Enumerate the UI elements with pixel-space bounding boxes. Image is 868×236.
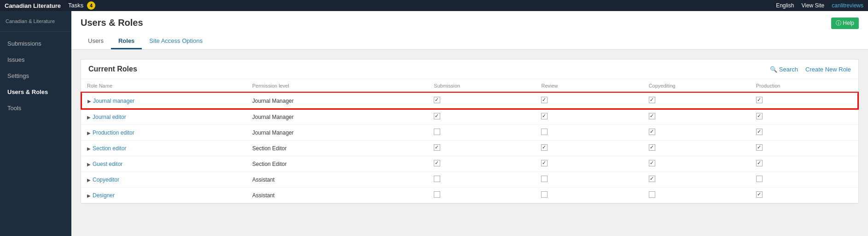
checkbox-unchecked bbox=[434, 129, 440, 135]
search-icon: 🔍 bbox=[770, 66, 777, 73]
language-selector[interactable]: English bbox=[776, 2, 794, 9]
topbar-right: English View Site canlitreviews bbox=[776, 2, 863, 9]
tab-roles[interactable]: Roles bbox=[111, 34, 142, 49]
checkbox-checked bbox=[649, 113, 655, 119]
expand-icon[interactable]: ▶ bbox=[87, 146, 91, 151]
cell-production bbox=[751, 172, 858, 188]
col-header-production: Production bbox=[751, 79, 858, 93]
role-name-link[interactable]: Copyeditor bbox=[93, 177, 119, 183]
checkbox-checked bbox=[541, 113, 548, 119]
create-role-label: Create New Role bbox=[805, 66, 851, 73]
tabs: Users Roles Site Access Options bbox=[81, 34, 859, 49]
expand-icon[interactable]: ▶ bbox=[87, 99, 91, 104]
checkbox-unchecked bbox=[756, 176, 763, 182]
cell-production bbox=[751, 125, 858, 141]
table-row: ▶Journal editorJournal Manager bbox=[82, 109, 858, 125]
checkbox-checked bbox=[541, 97, 548, 103]
sidebar-logo: Canadian & Literature bbox=[0, 15, 71, 32]
checkbox-unchecked bbox=[434, 176, 440, 182]
section-title: Current Roles bbox=[88, 65, 137, 73]
tab-users[interactable]: Users bbox=[81, 34, 111, 49]
expand-icon[interactable]: ▶ bbox=[87, 177, 91, 183]
cell-review bbox=[536, 109, 643, 125]
cell-copyediting bbox=[643, 172, 751, 188]
tab-site-access[interactable]: Site Access Options bbox=[142, 34, 210, 49]
cell-submission bbox=[428, 156, 536, 172]
cell-copyediting bbox=[643, 125, 751, 141]
cell-submission bbox=[428, 188, 536, 203]
checkbox-unchecked bbox=[649, 191, 655, 198]
sidebar: Canadian & Literature Submissions Issues… bbox=[0, 11, 71, 236]
expand-icon[interactable]: ▶ bbox=[87, 115, 91, 120]
cell-production bbox=[751, 156, 858, 172]
role-name-link[interactable]: Production editor bbox=[93, 130, 134, 136]
cell-review bbox=[536, 172, 643, 188]
cell-production bbox=[751, 188, 858, 203]
cell-review bbox=[536, 93, 643, 109]
cell-copyediting bbox=[643, 188, 751, 203]
cell-submission bbox=[428, 141, 536, 156]
col-header-submission: Submission bbox=[428, 79, 536, 93]
username[interactable]: canlitreviews bbox=[832, 2, 863, 9]
cell-submission bbox=[428, 109, 536, 125]
cell-review bbox=[536, 188, 643, 203]
role-name-link[interactable]: Section editor bbox=[93, 145, 126, 152]
checkbox-checked bbox=[756, 160, 763, 166]
checkbox-checked bbox=[541, 160, 548, 166]
permission-level: Journal Manager bbox=[247, 125, 429, 141]
checkbox-checked bbox=[756, 97, 763, 103]
role-name-link[interactable]: Journal manager bbox=[93, 98, 134, 104]
checkbox-checked bbox=[756, 191, 763, 198]
view-site-link[interactable]: View Site bbox=[801, 2, 824, 9]
main-layout: Canadian & Literature Submissions Issues… bbox=[0, 11, 868, 236]
tasks-label: Tasks bbox=[68, 2, 83, 9]
checkbox-unchecked bbox=[541, 176, 548, 182]
cell-submission bbox=[428, 93, 536, 109]
checkbox-checked bbox=[434, 97, 440, 103]
help-button[interactable]: ⓘ Help bbox=[831, 18, 859, 29]
expand-icon[interactable]: ▶ bbox=[87, 130, 91, 136]
checkbox-checked bbox=[434, 160, 440, 166]
col-header-copyediting: Copyediting bbox=[643, 79, 751, 93]
roles-tbody: ▶Journal managerJournal Manager▶Journal … bbox=[82, 93, 858, 203]
checkbox-unchecked bbox=[541, 191, 548, 198]
permission-level: Section Editor bbox=[247, 141, 429, 156]
checkbox-checked bbox=[756, 144, 763, 151]
brand-name[interactable]: Canadian Literature bbox=[5, 2, 61, 9]
role-name-link[interactable]: Designer bbox=[93, 192, 115, 199]
table-row: ▶Guest editorSection Editor bbox=[82, 156, 858, 172]
checkbox-checked bbox=[649, 160, 655, 166]
cell-copyediting bbox=[643, 109, 751, 125]
role-name-link[interactable]: Journal editor bbox=[93, 114, 126, 120]
checkbox-checked bbox=[649, 144, 655, 151]
sidebar-item-submissions[interactable]: Submissions bbox=[0, 35, 71, 52]
tasks-section[interactable]: Tasks 4 bbox=[68, 1, 95, 10]
role-name-link[interactable]: Guest editor bbox=[93, 161, 122, 167]
cell-production bbox=[751, 141, 858, 156]
cell-copyediting bbox=[643, 141, 751, 156]
checkbox-checked bbox=[756, 129, 763, 135]
sidebar-item-users-roles[interactable]: Users & Roles bbox=[0, 84, 71, 100]
sidebar-item-tools[interactable]: Tools bbox=[0, 100, 71, 116]
search-button[interactable]: 🔍 Search bbox=[770, 66, 798, 73]
permission-level: Journal Manager bbox=[247, 109, 429, 125]
col-header-review: Review bbox=[536, 79, 643, 93]
expand-icon[interactable]: ▶ bbox=[87, 162, 91, 167]
page-header: Users & Roles Users Roles Site Access Op… bbox=[71, 11, 868, 50]
permission-level: Assistant bbox=[247, 172, 429, 188]
table-row: ▶Production editorJournal Manager bbox=[82, 125, 858, 141]
checkbox-checked bbox=[434, 113, 440, 119]
topbar-left: Canadian Literature Tasks 4 bbox=[5, 1, 95, 10]
cell-review bbox=[536, 125, 643, 141]
help-icon: ⓘ bbox=[836, 20, 841, 26]
create-role-button[interactable]: Create New Role bbox=[805, 66, 851, 73]
sidebar-item-settings[interactable]: Settings bbox=[0, 68, 71, 84]
sidebar-item-issues[interactable]: Issues bbox=[0, 52, 71, 68]
tasks-count[interactable]: 4 bbox=[87, 1, 95, 10]
cell-review bbox=[536, 156, 643, 172]
expand-icon[interactable]: ▶ bbox=[87, 193, 91, 198]
checkbox-unchecked bbox=[541, 129, 548, 135]
cell-submission bbox=[428, 125, 536, 141]
cell-submission bbox=[428, 172, 536, 188]
checkbox-checked bbox=[649, 176, 655, 182]
